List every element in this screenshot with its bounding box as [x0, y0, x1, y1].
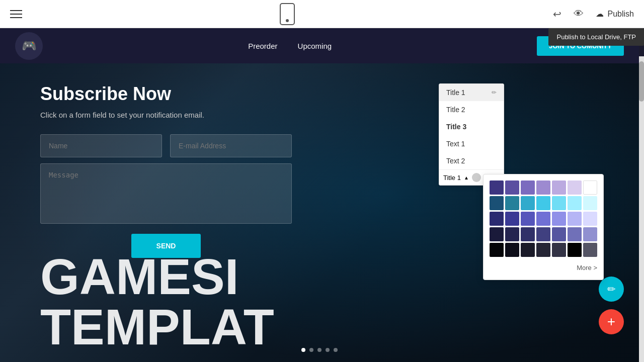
typo-label-title1: Title 1: [446, 88, 465, 97]
color-swatch[interactable]: [536, 212, 550, 226]
color-swatch[interactable]: [536, 227, 550, 241]
typo-label-title2: Title 2: [446, 106, 465, 114]
color-swatch[interactable]: [568, 196, 582, 210]
color-swatch[interactable]: [521, 227, 535, 241]
color-swatch[interactable]: [583, 243, 597, 257]
color-swatch[interactable]: [568, 180, 582, 195]
color-swatch[interactable]: [505, 196, 519, 210]
publish-cloud-icon: ☁: [596, 9, 604, 19]
form-row-name-email: [40, 134, 292, 157]
color-swatch[interactable]: [568, 227, 582, 241]
plus-icon: +: [607, 314, 615, 330]
color-grid: [490, 180, 597, 257]
email-input[interactable]: [170, 134, 292, 157]
hero-dot-4[interactable]: [326, 348, 330, 352]
color-swatch[interactable]: [552, 180, 566, 195]
color-swatch[interactable]: [505, 243, 519, 257]
publish-tooltip: Publish to Local Drive, FTP: [548, 28, 644, 46]
hero-dot-2[interactable]: [309, 348, 313, 352]
nav-link-upcoming[interactable]: Upcoming: [298, 42, 332, 50]
send-button[interactable]: SEND: [131, 234, 201, 258]
scrollbar-thumb[interactable]: [639, 61, 644, 102]
typo-item-title3[interactable]: Title 3: [439, 118, 504, 135]
fab-add-button[interactable]: +: [599, 309, 624, 334]
color-swatch-white[interactable]: [583, 180, 597, 195]
chevron-up-icon: ▲: [464, 175, 469, 180]
scrollbar[interactable]: [639, 56, 644, 362]
hero-dot-3[interactable]: [317, 348, 321, 352]
color-swatch[interactable]: [552, 196, 566, 210]
color-swatch[interactable]: [552, 227, 566, 241]
toolbar-right: ↩ 👁 ☁ Publish: [553, 8, 644, 20]
typo-label-text1: Text 1: [446, 140, 465, 148]
hero-dot-1[interactable]: [301, 348, 305, 352]
publish-button[interactable]: ☁ Publish: [596, 9, 634, 19]
color-swatch[interactable]: [490, 227, 504, 241]
color-swatch[interactable]: [536, 180, 550, 195]
edit-pencil-icon[interactable]: ✏: [492, 89, 497, 96]
toolbar-center: [280, 3, 295, 25]
nav-link-preorder[interactable]: Preorder: [248, 42, 277, 50]
typo-label-title3: Title 3: [446, 123, 466, 131]
site-nav-links: Preorder Upcoming: [248, 42, 332, 50]
hero-dot-5[interactable]: [334, 348, 338, 352]
color-swatch[interactable]: [505, 180, 519, 195]
color-swatch[interactable]: [583, 227, 597, 241]
color-swatch[interactable]: [583, 196, 597, 210]
form-title: Subscribe Now: [40, 83, 292, 105]
color-swatch[interactable]: [552, 212, 566, 226]
title-selector-label: Title 1: [443, 174, 461, 182]
form-section: Subscribe Now Click on a form field to s…: [40, 83, 292, 258]
color-swatch[interactable]: [583, 212, 597, 226]
form-subtitle: Click on a form field to set your notifi…: [40, 111, 292, 119]
color-swatch[interactable]: [536, 243, 550, 257]
color-swatch[interactable]: [490, 196, 504, 210]
color-swatch[interactable]: [505, 227, 519, 241]
color-swatch[interactable]: [505, 212, 519, 226]
color-swatch-black[interactable]: [568, 243, 582, 257]
mobile-preview-icon[interactable]: [280, 3, 295, 25]
title-color-dot[interactable]: [472, 173, 481, 182]
color-swatch[interactable]: [552, 243, 566, 257]
typo-item-title1[interactable]: Title 1 ✏: [439, 84, 504, 101]
color-swatch[interactable]: [521, 180, 535, 195]
color-swatch[interactable]: [568, 212, 582, 226]
logo-icon: 🎮: [22, 39, 37, 53]
color-swatch[interactable]: [521, 243, 535, 257]
site-logo: 🎮: [15, 32, 43, 60]
message-textarea[interactable]: [40, 163, 292, 224]
typo-item-title2[interactable]: Title 2: [439, 101, 504, 118]
canvas-area: 🎮 Preorder Upcoming JOIN TO COMUNITY Sub…: [0, 28, 644, 362]
color-swatch[interactable]: [536, 196, 550, 210]
color-swatch[interactable]: [490, 180, 504, 195]
hero-text-line2: TEMPLAT: [40, 302, 639, 352]
typo-item-text1[interactable]: Text 1: [439, 135, 504, 152]
publish-label: Publish: [608, 10, 634, 19]
typography-dropdown: Title 1 ✏ Title 2 Title 3 Text 1 Text 2 …: [439, 83, 504, 186]
typo-item-text2[interactable]: Text 2: [439, 152, 504, 169]
name-input[interactable]: [40, 134, 162, 157]
toolbar-left: [0, 10, 22, 18]
typo-label-text2: Text 2: [446, 157, 465, 165]
color-swatch[interactable]: [490, 243, 504, 257]
site-nav: 🎮 Preorder Upcoming JOIN TO COMUNITY: [0, 28, 639, 63]
color-picker: More >: [483, 174, 604, 280]
edit-icon: ✏: [607, 283, 616, 295]
color-swatch[interactable]: [521, 196, 535, 210]
undo-icon[interactable]: ↩: [553, 8, 561, 20]
color-swatch[interactable]: [490, 212, 504, 226]
fab-edit-button[interactable]: ✏: [599, 277, 624, 302]
color-swatch[interactable]: [521, 212, 535, 226]
menu-icon[interactable]: [10, 10, 22, 18]
toolbar: ↩ 👁 ☁ Publish: [0, 0, 644, 28]
hero-dots: [301, 348, 338, 352]
color-more-button[interactable]: More >: [490, 262, 597, 274]
preview-icon[interactable]: 👁: [574, 8, 584, 20]
